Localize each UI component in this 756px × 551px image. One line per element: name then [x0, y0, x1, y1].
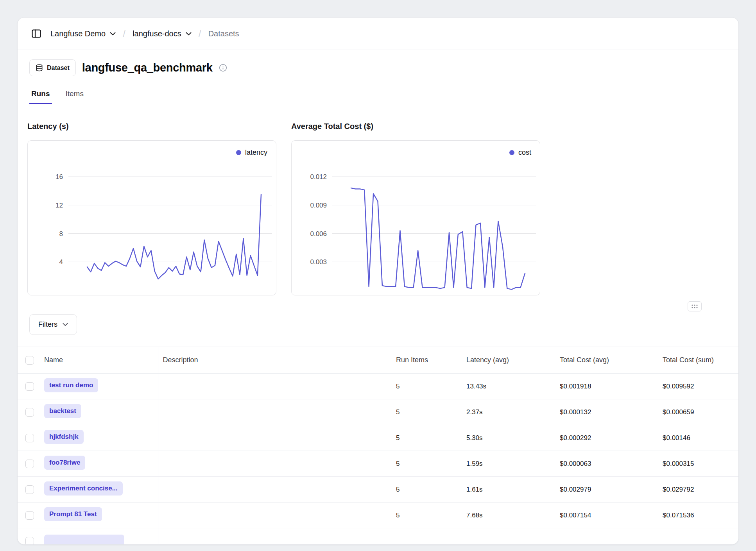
filters-bar: Filters [29, 314, 727, 335]
table-row: Experiment concise... 5 1.61s $0.002979 … [18, 477, 739, 503]
cell-description [158, 425, 391, 451]
chevron-down-icon [186, 32, 192, 36]
tab-runs[interactable]: Runs [29, 89, 52, 104]
breadcrumb-org[interactable]: Langfuse Demo [50, 29, 116, 38]
svg-text:0.006: 0.006 [310, 230, 327, 238]
table-row: test run demo 5 13.43s $0.001918 $0.0095… [18, 374, 739, 399]
run-name-badge[interactable]: Prompt 81 Test [44, 507, 102, 521]
filters-button[interactable]: Filters [29, 314, 77, 335]
cell-description [158, 503, 391, 528]
run-name-badge[interactable]: foo78riwe [44, 456, 85, 470]
database-icon [36, 64, 43, 72]
run-name-badge[interactable]: backtest [44, 404, 81, 418]
svg-text:0.009: 0.009 [310, 202, 327, 209]
row-checkbox[interactable] [25, 511, 34, 520]
cell-run-items: 5 [391, 374, 462, 399]
table-row-partial [18, 528, 739, 545]
panel-left-icon [31, 28, 42, 39]
runs-table-container: Name Description Run Items Latency (avg)… [18, 347, 738, 545]
row-checkbox[interactable] [25, 408, 34, 417]
cell-description [158, 374, 391, 399]
cell-total-cost-sum: $0.009592 [658, 374, 739, 399]
legend-label: latency [245, 148, 267, 157]
row-checkbox[interactable] [25, 460, 34, 468]
cell-total-cost-avg: $0.007154 [555, 503, 658, 528]
legend-label: cost [518, 148, 531, 157]
charts-section: Latency (s) 481216 latency Average Total… [18, 122, 738, 295]
run-name-badge[interactable] [44, 535, 124, 545]
row-checkbox[interactable] [25, 485, 34, 494]
runs-table: Name Description Run Items Latency (avg)… [18, 347, 739, 545]
cell-run-items: 5 [391, 399, 462, 425]
cell-latency-avg: 1.59s [462, 451, 555, 477]
breadcrumb-separator: / [123, 28, 125, 39]
svg-text:0.012: 0.012 [310, 173, 327, 181]
run-name-badge[interactable]: test run demo [44, 378, 98, 392]
cell-latency-avg: 5.30s [462, 425, 555, 451]
svg-text:4: 4 [59, 258, 63, 266]
latency-chart-legend: latency [236, 148, 267, 157]
legend-dot-icon [236, 150, 241, 155]
table-row: foo78riwe 5 1.59s $0.000063 $0.000315 [18, 451, 739, 477]
cell-total-cost-avg: $0.000132 [555, 399, 658, 425]
info-circle-icon[interactable] [219, 64, 227, 72]
svg-text:16: 16 [56, 173, 63, 181]
cost-chart: Average Total Cost ($) 0.0030.0060.0090.… [291, 122, 540, 295]
page-background: Langfuse Demo / langfuse-docs / Datasets… [0, 0, 756, 551]
sidebar-toggle-button[interactable] [29, 27, 43, 41]
cell-run-items: 5 [391, 425, 462, 451]
table-header-row: Name Description Run Items Latency (avg)… [18, 347, 739, 374]
cost-chart-title: Average Total Cost ($) [291, 122, 540, 131]
cell-run-items: 5 [391, 477, 462, 503]
legend-dot-icon [509, 150, 514, 155]
cell-total-cost-sum: $0.00146 [658, 425, 739, 451]
page-title: langfuse_qa_benchmark [82, 61, 213, 74]
cell-description [158, 399, 391, 425]
column-header-total-cost-sum: Total Cost (sum) [658, 347, 739, 374]
cost-line-plot: 0.0030.0060.0090.012 [292, 141, 540, 295]
column-header-latency-avg: Latency (avg) [462, 347, 555, 374]
row-checkbox[interactable] [25, 537, 34, 545]
run-name-badge[interactable]: hjkfdshjk [44, 430, 84, 444]
row-checkbox[interactable] [25, 434, 34, 442]
dataset-type-label: Dataset [47, 64, 70, 72]
charts-drag-handle[interactable] [688, 301, 702, 311]
cell-total-cost-sum: $0.071536 [658, 503, 739, 528]
cell-total-cost-avg: $0.002979 [555, 477, 658, 503]
table-row: Prompt 81 Test 5 7.68s $0.007154 $0.0715… [18, 503, 739, 528]
cost-chart-legend: cost [509, 148, 531, 157]
latency-line-plot: 481216 [28, 141, 276, 295]
column-header-run-items: Run Items [391, 347, 462, 374]
app-window: Langfuse Demo / langfuse-docs / Datasets… [17, 17, 739, 545]
breadcrumb-separator: / [199, 28, 201, 39]
dataset-type-badge: Dataset [29, 59, 76, 76]
latency-chart: Latency (s) 481216 latency [27, 122, 276, 295]
run-name-badge[interactable]: Experiment concise... [44, 481, 123, 496]
row-checkbox[interactable] [25, 382, 34, 391]
cell-run-items: 5 [391, 503, 462, 528]
svg-text:12: 12 [56, 202, 63, 209]
cell-description [158, 477, 391, 503]
breadcrumb-section: Datasets [208, 29, 239, 38]
breadcrumb-project[interactable]: langfuse-docs [133, 29, 192, 38]
cell-latency-avg: 1.61s [462, 477, 555, 503]
cell-total-cost-avg: $0.000292 [555, 425, 658, 451]
filters-button-label: Filters [38, 320, 57, 329]
column-header-description: Description [158, 347, 391, 374]
breadcrumb-project-label: langfuse-docs [133, 29, 181, 38]
svg-text:8: 8 [59, 230, 63, 238]
chevron-down-icon [63, 323, 68, 326]
latency-chart-panel: 481216 latency [27, 140, 276, 295]
cell-total-cost-sum: $0.000659 [658, 399, 739, 425]
cell-latency-avg: 2.37s [462, 399, 555, 425]
column-header-name: Name [39, 347, 158, 374]
cell-run-items: 5 [391, 451, 462, 477]
breadcrumb-org-label: Langfuse Demo [50, 29, 106, 38]
cell-total-cost-sum: $0.029792 [658, 477, 739, 503]
cell-total-cost-sum: $0.000315 [658, 451, 739, 477]
cost-chart-panel: 0.0030.0060.0090.012 cost [291, 140, 540, 295]
column-header-total-cost-avg: Total Cost (avg) [555, 347, 658, 374]
tab-items[interactable]: Items [64, 89, 86, 104]
cell-total-cost-avg: $0.000063 [555, 451, 658, 477]
select-all-checkbox[interactable] [25, 356, 34, 365]
